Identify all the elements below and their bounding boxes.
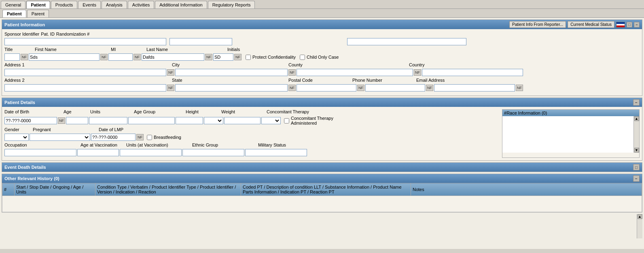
county-input[interactable] xyxy=(297,69,413,76)
tab-regulatory-reports[interactable]: Regulatory Reports xyxy=(208,1,255,9)
patient-details-header[interactable]: Patient Details − xyxy=(2,98,642,107)
breastfeeding-checkbox[interactable] xyxy=(147,135,152,140)
lmp-nf[interactable]: NF xyxy=(136,134,144,140)
main-scroll-up[interactable]: ▲ xyxy=(638,214,642,219)
postal-input[interactable] xyxy=(297,84,356,91)
child-only-checkbox[interactable] xyxy=(300,55,305,60)
address1-input[interactable] xyxy=(4,69,166,76)
pregnant-select[interactable] xyxy=(30,134,90,141)
pat-id-input[interactable] xyxy=(169,38,232,45)
dob-nf[interactable]: NF xyxy=(58,117,65,124)
concomitant-text: Concomitant Therapy Administered xyxy=(291,116,333,125)
tab-products[interactable]: Products xyxy=(51,1,77,9)
email-input[interactable] xyxy=(434,84,515,91)
race-scrollbar[interactable]: ▲ ▼ xyxy=(633,116,639,153)
patient-info-from-reporter-button[interactable]: Patient Info From Reporter... xyxy=(509,21,566,28)
initials-input[interactable] xyxy=(213,53,233,61)
tab-patient[interactable]: Patient xyxy=(26,1,50,9)
tab-analysis[interactable]: Analysis xyxy=(102,1,127,9)
rand-label: Randomization # xyxy=(56,32,90,36)
other-history-collapse[interactable]: − xyxy=(633,175,640,182)
pat-id-label: Pat. ID xyxy=(41,32,55,36)
concomitant-group: Concomitant Therapy Administered xyxy=(284,116,333,125)
patient-info-title: Patient Information xyxy=(4,22,45,27)
tab-additional-info[interactable]: Additional Information xyxy=(155,1,207,9)
first-name-input[interactable] xyxy=(29,53,100,61)
sponsor-id-input[interactable] xyxy=(4,38,166,45)
rand-group: Randomization # xyxy=(56,32,90,36)
units-input[interactable] xyxy=(89,117,127,124)
tab-events[interactable]: Events xyxy=(78,1,101,9)
title-nf[interactable]: NF xyxy=(21,54,28,60)
country-input[interactable] xyxy=(422,69,523,76)
age-input[interactable] xyxy=(66,117,88,124)
patient-details-collapse[interactable]: − xyxy=(633,99,640,106)
title-input[interactable] xyxy=(4,53,20,61)
details-row1-inputs: NF xyxy=(4,116,499,125)
city-nf[interactable]: NF xyxy=(288,69,296,76)
age-group-input[interactable] xyxy=(128,117,175,124)
address2-nf[interactable]: NF xyxy=(167,85,174,91)
other-history-body: # Start / Stop Date / Ongoing / Age / Un… xyxy=(2,183,642,212)
top-tab-bar: General Patient Products Events Analysis… xyxy=(0,0,644,9)
other-history-section: Other Relevant History (0) − # Start / S… xyxy=(2,174,642,213)
restore-button[interactable]: □ xyxy=(627,22,632,28)
address1-nf[interactable]: NF xyxy=(167,69,174,76)
address2-input[interactable] xyxy=(4,84,166,91)
protect-conf-checkbox[interactable] xyxy=(246,55,251,60)
phone-nf[interactable]: NF xyxy=(426,85,433,91)
mi-label: MI xyxy=(111,47,143,52)
current-medical-status-button[interactable]: Current Medical Status xyxy=(568,21,614,28)
other-history-title: Other Relevant History (0) xyxy=(4,176,59,181)
phone-input[interactable] xyxy=(365,84,425,91)
weight-input[interactable] xyxy=(224,117,261,124)
gender-select[interactable] xyxy=(4,134,29,141)
event-death-section: Event Death Details □ xyxy=(2,162,642,172)
right-scrollbar[interactable]: ▲ xyxy=(637,214,642,238)
dob-input[interactable] xyxy=(4,117,57,124)
details-main: Date of Birth Age Units Age Group Height… xyxy=(4,109,499,158)
units-vaccination-input[interactable] xyxy=(120,149,182,156)
mi-input[interactable] xyxy=(108,53,133,61)
address1-label: Address 1 xyxy=(4,62,169,67)
first-name-nf[interactable]: NF xyxy=(100,54,108,60)
patient-info-section: Patient Information Patient Info From Re… xyxy=(2,19,642,96)
age-vaccination-input[interactable] xyxy=(77,149,119,156)
scroll-down-btn[interactable]: ▼ xyxy=(634,148,639,153)
other-history-header[interactable]: Other Relevant History (0) − xyxy=(2,174,642,183)
email-nf[interactable]: NF xyxy=(516,85,523,91)
rand-input[interactable] xyxy=(347,38,466,45)
occupation-input[interactable] xyxy=(4,149,76,156)
postal-nf[interactable]: NF xyxy=(357,85,364,91)
flag-icon xyxy=(616,22,625,28)
minimize-button[interactable]: − xyxy=(634,22,640,28)
ethnic-group-input[interactable] xyxy=(182,149,244,156)
patient-row3-labels: Address 1 City County Country xyxy=(4,62,640,67)
patient-info-header[interactable]: Patient Information Patient Info From Re… xyxy=(2,20,642,29)
event-death-collapse[interactable]: □ xyxy=(633,164,640,170)
mi-nf[interactable]: NF xyxy=(133,54,141,60)
tab-general[interactable]: General xyxy=(1,1,25,9)
initials-nf[interactable]: NF xyxy=(234,54,241,60)
weight-unit-select[interactable] xyxy=(261,117,281,124)
height-label: Height xyxy=(186,109,218,114)
child-only-label: Child Only Case xyxy=(307,55,339,60)
scroll-up-btn[interactable]: ▲ xyxy=(634,116,639,121)
sub-tab-patient[interactable]: Patient xyxy=(2,10,26,17)
concomitant-checkbox[interactable] xyxy=(284,118,289,123)
last-name-nf[interactable]: NF xyxy=(205,54,212,60)
sub-tab-bar: Patient Parent xyxy=(0,9,644,18)
state-nf[interactable]: NF xyxy=(288,85,296,91)
state-input[interactable] xyxy=(175,84,288,91)
height-unit-select[interactable] xyxy=(204,117,223,124)
height-input[interactable] xyxy=(176,117,203,124)
event-death-header[interactable]: Event Death Details □ xyxy=(2,163,642,172)
tab-activities[interactable]: Activities xyxy=(128,1,154,9)
county-nf[interactable]: NF xyxy=(414,69,421,76)
city-input[interactable] xyxy=(175,69,288,76)
sub-tab-parent[interactable]: Parent xyxy=(27,10,49,17)
military-input[interactable] xyxy=(245,149,307,156)
last-name-input[interactable] xyxy=(142,53,204,61)
lmp-input[interactable] xyxy=(91,134,136,141)
last-name-label: Last Name xyxy=(146,47,195,52)
